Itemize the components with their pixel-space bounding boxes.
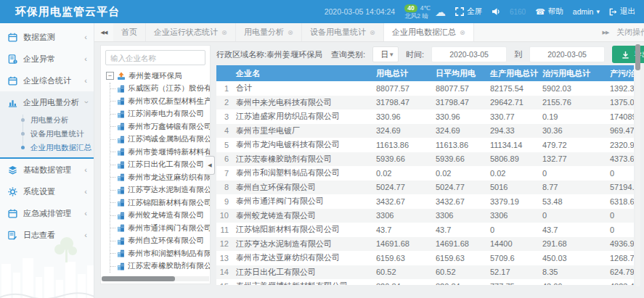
weather-widget: 40 4℃ 北风2 晴 ☁ xyxy=(404,4,446,20)
caret-down-icon: ▼ xyxy=(388,51,394,58)
sidebar-item-emergency[interactable]: 应急减排管理‹ xyxy=(0,202,94,224)
tree-company-node[interactable]: 江苏锦阳新材料有限公司公司 xyxy=(110,196,210,210)
sidebar-item-company-stats[interactable]: 企业综合统计‹ xyxy=(0,70,94,91)
tab-close-icon[interactable]: ⊗ xyxy=(460,29,465,36)
tree-horizontal-scrollbar[interactable] xyxy=(102,276,209,281)
tree-company-node[interactable]: 江苏润泰电力有限公司 xyxy=(110,108,210,121)
tree-company-node[interactable]: 泰州自立环保有限公司 xyxy=(110,235,210,248)
user-menu[interactable]: admin ▾ xyxy=(573,7,600,16)
sidebar-subitem-power-analysis-2[interactable]: 企业用电数据汇总 xyxy=(0,141,94,154)
sidebar-item-power-analysis[interactable]: 企业用电量分析‹ xyxy=(0,91,94,113)
tree-company-node[interactable]: 泰州蛟龙铸造有限公司 xyxy=(110,210,210,223)
tree-company-node[interactable]: 泰州市万鑫铸锻有限公司 xyxy=(110,120,210,133)
column-header-0[interactable]: 企业名 xyxy=(232,65,374,81)
date-from-input[interactable] xyxy=(431,46,507,62)
tab-close-icon[interactable]: ⊗ xyxy=(370,29,375,36)
table-row[interactable]: 1合计88077.5788077.5782175.545902.031392.3… xyxy=(216,81,634,96)
table-row[interactable]: 3江苏迪盛家用纺织品有限公司330.96330.96330.770.191740… xyxy=(216,109,634,124)
sidebar-group-company-stats: 企业综合统计‹ xyxy=(0,70,94,91)
tree-company-node[interactable]: 江苏鸿诚金属制品有限公司 xyxy=(110,133,210,146)
chevron-icon: ‹ xyxy=(84,33,87,41)
company-search-input[interactable] xyxy=(105,50,205,65)
scrollbar-thumb[interactable] xyxy=(102,276,175,281)
building-icon xyxy=(117,136,125,144)
sound-button[interactable] xyxy=(492,7,500,16)
tab-close-icon[interactable]: ⊗ xyxy=(221,29,227,36)
table-row[interactable]: 9泰州市通洋阀门有限公司3432.673432.673379.1953.4863… xyxy=(216,194,634,209)
table-row[interactable]: 10泰州蛟龙铸造有限公司33063306330600 xyxy=(216,209,634,223)
username-label: admin xyxy=(573,7,594,16)
table-row[interactable]: 4泰州市里华电镀厂324.69324.69294.3330.36969.47 xyxy=(216,124,634,138)
table-row[interactable]: 2泰州中来光电科技有限公司31798.4731798.4729642.71215… xyxy=(216,96,634,110)
sidebar-item-logs[interactable]: 日志查看‹ xyxy=(0,224,94,246)
tab-4[interactable]: 企业用电数据汇总⊗ xyxy=(384,23,474,41)
tree-root-node-0[interactable]: −泰州姜堰环保局 xyxy=(106,70,210,83)
scrollbar-thumb[interactable] xyxy=(635,44,640,70)
column-header-index xyxy=(216,65,232,81)
logout-button[interactable]: 退出 xyxy=(609,7,635,17)
table-row[interactable]: 11江苏锦阳新材料有限公司公司43.743.7043.70 xyxy=(216,223,634,237)
tab-bar-tabs: 首页企业运行状态统计⊗用电量分析⊗设备用电量统计⊗企业用电数据汇总⊗ xyxy=(113,23,474,41)
sidebar-group-power-analysis: 企业用电量分析‹用电量分析设备用电量统计企业用电数据汇总 xyxy=(0,91,94,157)
bullet-icon xyxy=(21,118,25,122)
tab-1[interactable]: 企业运行状态统计⊗ xyxy=(146,23,236,41)
tree-company-node[interactable]: 泰州市双亿新型材料生产有限公司 xyxy=(110,95,210,108)
tab-0[interactable]: 首页 xyxy=(113,23,146,41)
tab-2[interactable]: 用电量分析⊗ xyxy=(236,23,302,41)
sidebar-item-system-settings[interactable]: 系统设置‹ xyxy=(0,181,94,202)
table-row[interactable]: 5泰州市龙沟电镀科技有限公司11613.8611613.8611134.1447… xyxy=(216,138,634,152)
tree-company-node[interactable]: 泰州市和润塑料制品有限公司 xyxy=(110,247,210,260)
table-vertical-scrollbar[interactable] xyxy=(635,44,640,286)
building-icon xyxy=(117,186,125,194)
region-label: 行政区域名称:泰州姜堰环保局 xyxy=(216,49,322,60)
table-row[interactable]: 14江苏日出化工有限公司60.5260.5252.178.35624.79 xyxy=(216,265,634,280)
column-header-2[interactable]: 日平均用电 xyxy=(433,65,488,81)
column-header-1[interactable]: 用电总计 xyxy=(374,65,433,81)
tree-expand-icon[interactable]: − xyxy=(106,72,114,80)
chevron-icon: ‹ xyxy=(81,101,90,104)
column-header-3[interactable]: 生产用电总计 xyxy=(488,65,540,81)
tree-collapse-button[interactable]: ◀ xyxy=(205,156,215,175)
sidebar-subitem-power-analysis-0[interactable]: 用电量分析 xyxy=(0,113,94,127)
sidebar-group-logs: 日志查看‹ xyxy=(0,224,94,246)
sidebar-item-data-monitor[interactable]: 数据监测‹ xyxy=(0,26,94,48)
table-row[interactable]: 6江苏宏泰橡胶助剂有限公司5939.665939.665806.89132.77… xyxy=(216,152,634,167)
fullscreen-button[interactable]: 全屏 xyxy=(455,7,482,17)
table-row[interactable]: 13泰州市龙达亚麻纺织有限公司6159.636159.635709.6450.0… xyxy=(216,251,634,265)
tab-close-icon[interactable]: ⊗ xyxy=(288,29,293,36)
tree-company-node[interactable]: 江苏日出化工有限公司 xyxy=(110,159,210,172)
chevron-icon: ‹ xyxy=(84,54,87,63)
tab-3[interactable]: 设备用电量统计⊗ xyxy=(302,23,384,41)
table-row[interactable]: 7泰州市和润塑料制品有限公司0.020.020.0200 xyxy=(216,166,634,181)
tabs-scroll-left-icon[interactable]: ◀◀ xyxy=(94,23,113,41)
category-select-value: 日 xyxy=(380,49,388,60)
cloud-icon: ☁ xyxy=(435,7,446,17)
tree-company-node[interactable]: 江苏宏泰橡胶助剂有限公司 xyxy=(110,260,210,273)
sidebar-subitem-power-analysis-1[interactable]: 设备用电量统计 xyxy=(0,127,94,141)
tree-company-node[interactable]: 泰州市龙达亚麻纺织有限公司 xyxy=(110,171,210,184)
category-select[interactable]: 日 ▼ xyxy=(372,46,399,62)
tabs-scroll-right-icon[interactable]: ▶▶ xyxy=(596,23,615,41)
column-header-4[interactable]: 治污用电总计 xyxy=(540,65,608,81)
sidebar-group-system-settings: 系统设置‹ xyxy=(0,181,94,202)
building-icon xyxy=(117,224,125,232)
table-row[interactable]: 12江苏亨达水泥制造有限公司14691.6814691.6814400291.6… xyxy=(216,237,634,252)
calendar-icon xyxy=(8,76,19,86)
tree-company-node[interactable]: 泰州市通洋阀门有限公司 xyxy=(110,222,210,235)
help-button[interactable]: ☎ 帮助 xyxy=(535,7,563,17)
tree-company-node[interactable]: 江苏亨达水泥制造有限公司 xyxy=(110,184,210,197)
column-header-5[interactable]: 产污/治污(用 xyxy=(608,65,634,81)
chevron-icon: ‹ xyxy=(84,165,87,174)
log-icon xyxy=(8,231,19,240)
table-row[interactable]: 15泰州市姜堰博特新材料有限公司820.84820.84777.7543.094… xyxy=(216,279,634,285)
sidebar-item-company-abnormal[interactable]: 企业异常‹ xyxy=(0,48,94,70)
date-to-input[interactable] xyxy=(529,46,605,62)
logout-icon xyxy=(609,8,617,16)
table-row[interactable]: 8泰州自立环保有限公司5024.775024.7750168.7757194.9… xyxy=(216,181,634,195)
close-operations-button[interactable]: 关闭操作 xyxy=(615,23,644,41)
phone-icon: ☎ xyxy=(535,8,545,16)
tree-company-node[interactable]: 泰州市姜堰博特新材料有限公司 xyxy=(110,146,210,159)
tab-bar: ◀◀ 首页企业运行状态统计⊗用电量分析⊗设备用电量统计⊗企业用电数据汇总⊗ ▶▶… xyxy=(94,23,644,42)
tree-company-node[interactable]: 乐威医药（江苏）股份有限公司 xyxy=(110,83,210,96)
sidebar-item-base-data[interactable]: 基础数据管理‹ xyxy=(0,159,94,181)
